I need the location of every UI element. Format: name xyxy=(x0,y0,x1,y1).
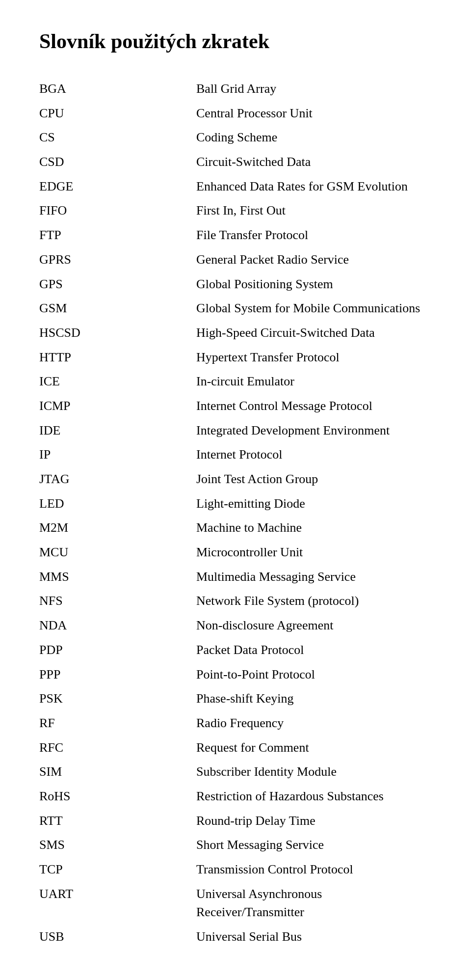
full-form: Machine to Machine xyxy=(196,516,432,540)
table-row: NDANon-disclosure Agreement xyxy=(39,613,432,638)
abbreviation: UART xyxy=(39,882,196,925)
table-row: LEDLight-emitting Diode xyxy=(39,491,432,516)
table-row: RFRadio Frequency xyxy=(39,711,432,735)
full-form: Global System for Mobile Communications xyxy=(196,296,432,321)
full-form: Joint Test Action Group xyxy=(196,467,432,491)
table-row: USBUniversal Serial Bus xyxy=(39,925,432,949)
full-form: Central Processor Unit xyxy=(196,101,432,126)
abbreviation: GPRS xyxy=(39,247,196,272)
full-form: Circuit-Switched Data xyxy=(196,150,432,174)
abbreviation: PDP xyxy=(39,638,196,662)
abbreviation: TCP xyxy=(39,857,196,882)
table-row: RFCRequest for Comment xyxy=(39,735,432,760)
abbreviation: PSK xyxy=(39,686,196,711)
abbreviation: IP xyxy=(39,442,196,467)
full-form: Global Positioning System xyxy=(196,272,432,297)
full-form: Hypertext Transfer Protocol xyxy=(196,345,432,370)
table-row: PSKPhase-shift Keying xyxy=(39,686,432,711)
table-row: GPRSGeneral Packet Radio Service xyxy=(39,247,432,272)
table-row: JTAGJoint Test Action Group xyxy=(39,467,432,491)
abbreviation: FIFO xyxy=(39,198,196,223)
abbreviation: FTP xyxy=(39,223,196,247)
full-form: Coding Scheme xyxy=(196,125,432,150)
table-row: CSCoding Scheme xyxy=(39,125,432,150)
abbreviation: SMS xyxy=(39,833,196,857)
full-form: General Packet Radio Service xyxy=(196,247,432,272)
table-row: HSCSDHigh-Speed Circuit-Switched Data xyxy=(39,321,432,345)
full-form: Microcontroller Unit xyxy=(196,540,432,565)
abbreviation: MMS xyxy=(39,565,196,589)
abbreviation: RoHS xyxy=(39,784,196,809)
full-form: Internet Protocol xyxy=(196,442,432,467)
table-row: SMSShort Messaging Service xyxy=(39,833,432,857)
full-form: Request for Comment xyxy=(196,735,432,760)
full-form: File Transfer Protocol xyxy=(196,223,432,247)
abbreviation: ICE xyxy=(39,369,196,394)
abbreviation: GPS xyxy=(39,272,196,297)
page-title: Slovník použitých zkratek xyxy=(39,29,432,53)
abbreviation: BGA xyxy=(39,77,196,101)
table-row: HTTPHypertext Transfer Protocol xyxy=(39,345,432,370)
abbreviation: USB xyxy=(39,925,196,949)
full-form: Enhanced Data Rates for GSM Evolution xyxy=(196,174,432,199)
table-row: UARTUniversal Asynchronous Receiver/Tran… xyxy=(39,882,432,925)
full-form: Round-trip Delay Time xyxy=(196,809,432,833)
table-row: GSMGlobal System for Mobile Communicatio… xyxy=(39,296,432,321)
table-row: MMSMultimedia Messaging Service xyxy=(39,565,432,589)
full-form: Short Messaging Service xyxy=(196,833,432,857)
table-row: MCUMicrocontroller Unit xyxy=(39,540,432,565)
abbreviation: GSM xyxy=(39,296,196,321)
table-row: PDPPacket Data Protocol xyxy=(39,638,432,662)
abbreviation: HSCSD xyxy=(39,321,196,345)
table-row: GPSGlobal Positioning System xyxy=(39,272,432,297)
table-row: ICMPInternet Control Message Protocol xyxy=(39,394,432,418)
table-row: M2MMachine to Machine xyxy=(39,516,432,540)
abbreviation: RFC xyxy=(39,735,196,760)
acronym-table: BGABall Grid ArrayCPUCentral Processor U… xyxy=(39,77,432,949)
abbreviation: CSD xyxy=(39,150,196,174)
table-row: RoHSRestriction of Hazardous Substances xyxy=(39,784,432,809)
full-form: Transmission Control Protocol xyxy=(196,857,432,882)
abbreviation: NDA xyxy=(39,613,196,638)
table-row: EDGEEnhanced Data Rates for GSM Evolutio… xyxy=(39,174,432,199)
table-row: FTPFile Transfer Protocol xyxy=(39,223,432,247)
table-row: IDEIntegrated Development Environment xyxy=(39,418,432,443)
abbreviation: RF xyxy=(39,711,196,735)
abbreviation: LED xyxy=(39,491,196,516)
abbreviation: MCU xyxy=(39,540,196,565)
table-row: NFSNetwork File System (protocol) xyxy=(39,589,432,613)
full-form: Point-to-Point Protocol xyxy=(196,662,432,687)
abbreviation: SIM xyxy=(39,760,196,784)
abbreviation: CPU xyxy=(39,101,196,126)
abbreviation: CS xyxy=(39,125,196,150)
full-form: High-Speed Circuit-Switched Data xyxy=(196,321,432,345)
table-row: IPInternet Protocol xyxy=(39,442,432,467)
abbreviation: NFS xyxy=(39,589,196,613)
full-form: Restriction of Hazardous Substances xyxy=(196,784,432,809)
table-row: CPUCentral Processor Unit xyxy=(39,101,432,126)
full-form: First In, First Out xyxy=(196,198,432,223)
table-row: PPPPoint-to-Point Protocol xyxy=(39,662,432,687)
full-form: Multimedia Messaging Service xyxy=(196,565,432,589)
full-form: Integrated Development Environment xyxy=(196,418,432,443)
full-form: Universal Serial Bus xyxy=(196,925,432,949)
table-row: RTTRound-trip Delay Time xyxy=(39,809,432,833)
full-form: Ball Grid Array xyxy=(196,77,432,101)
full-form: Non-disclosure Agreement xyxy=(196,613,432,638)
table-row: CSDCircuit-Switched Data xyxy=(39,150,432,174)
full-form: Light-emitting Diode xyxy=(196,491,432,516)
full-form: Subscriber Identity Module xyxy=(196,760,432,784)
full-form: Radio Frequency xyxy=(196,711,432,735)
full-form: Packet Data Protocol xyxy=(196,638,432,662)
abbreviation: RTT xyxy=(39,809,196,833)
abbreviation: JTAG xyxy=(39,467,196,491)
table-row: ICEIn-circuit Emulator xyxy=(39,369,432,394)
abbreviation: ICMP xyxy=(39,394,196,418)
abbreviation: HTTP xyxy=(39,345,196,370)
table-row: SIMSubscriber Identity Module xyxy=(39,760,432,784)
full-form: Phase-shift Keying xyxy=(196,686,432,711)
full-form: Network File System (protocol) xyxy=(196,589,432,613)
table-row: BGABall Grid Array xyxy=(39,77,432,101)
table-row: FIFOFirst In, First Out xyxy=(39,198,432,223)
abbreviation: PPP xyxy=(39,662,196,687)
